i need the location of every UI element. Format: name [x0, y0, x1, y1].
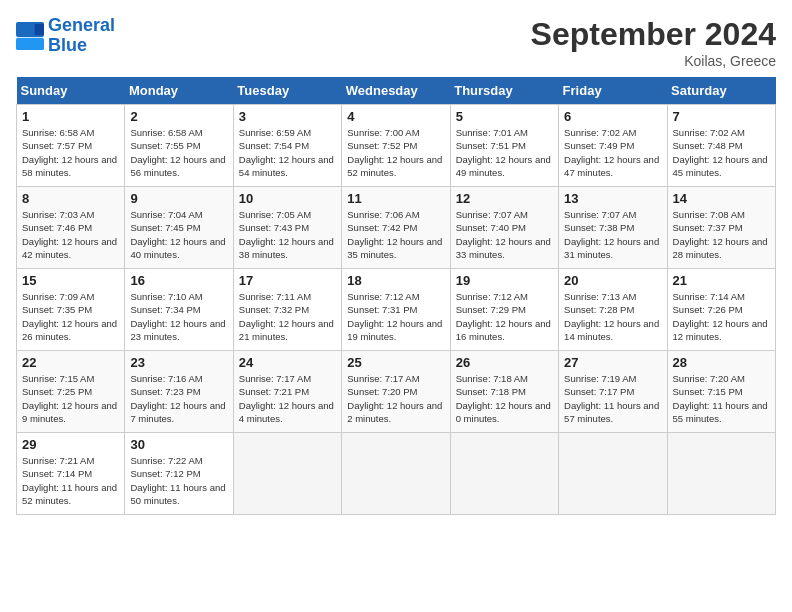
day-number: 21: [673, 273, 770, 288]
calendar-cell: 12 Sunrise: 7:07 AM Sunset: 7:40 PM Dayl…: [450, 187, 558, 269]
day-info: Sunrise: 7:11 AM Sunset: 7:32 PM Dayligh…: [239, 290, 336, 343]
calendar-cell: 24 Sunrise: 7:17 AM Sunset: 7:21 PM Dayl…: [233, 351, 341, 433]
calendar-cell: [559, 433, 667, 515]
calendar-cell: 28 Sunrise: 7:20 AM Sunset: 7:15 PM Dayl…: [667, 351, 775, 433]
calendar-cell: 22 Sunrise: 7:15 AM Sunset: 7:25 PM Dayl…: [17, 351, 125, 433]
day-info: Sunrise: 7:12 AM Sunset: 7:31 PM Dayligh…: [347, 290, 444, 343]
day-info: Sunrise: 7:02 AM Sunset: 7:49 PM Dayligh…: [564, 126, 661, 179]
calendar-cell: 6 Sunrise: 7:02 AM Sunset: 7:49 PM Dayli…: [559, 105, 667, 187]
calendar-cell: 4 Sunrise: 7:00 AM Sunset: 7:52 PM Dayli…: [342, 105, 450, 187]
svg-rect-1: [16, 38, 44, 50]
logo-text: General: [48, 16, 115, 36]
calendar-cell: 23 Sunrise: 7:16 AM Sunset: 7:23 PM Dayl…: [125, 351, 233, 433]
col-wednesday: Wednesday: [342, 77, 450, 105]
day-number: 25: [347, 355, 444, 370]
calendar-cell: [667, 433, 775, 515]
day-info: Sunrise: 7:04 AM Sunset: 7:45 PM Dayligh…: [130, 208, 227, 261]
day-info: Sunrise: 7:22 AM Sunset: 7:12 PM Dayligh…: [130, 454, 227, 507]
calendar-cell: 11 Sunrise: 7:06 AM Sunset: 7:42 PM Dayl…: [342, 187, 450, 269]
day-info: Sunrise: 7:05 AM Sunset: 7:43 PM Dayligh…: [239, 208, 336, 261]
day-number: 20: [564, 273, 661, 288]
calendar-cell: 26 Sunrise: 7:18 AM Sunset: 7:18 PM Dayl…: [450, 351, 558, 433]
calendar-cell: [342, 433, 450, 515]
day-info: Sunrise: 7:00 AM Sunset: 7:52 PM Dayligh…: [347, 126, 444, 179]
day-number: 5: [456, 109, 553, 124]
day-info: Sunrise: 7:06 AM Sunset: 7:42 PM Dayligh…: [347, 208, 444, 261]
day-info: Sunrise: 6:58 AM Sunset: 7:57 PM Dayligh…: [22, 126, 119, 179]
title-block: September 2024 Koilas, Greece: [531, 16, 776, 69]
day-info: Sunrise: 7:14 AM Sunset: 7:26 PM Dayligh…: [673, 290, 770, 343]
day-number: 12: [456, 191, 553, 206]
calendar-cell: 30 Sunrise: 7:22 AM Sunset: 7:12 PM Dayl…: [125, 433, 233, 515]
day-number: 22: [22, 355, 119, 370]
calendar-cell: 7 Sunrise: 7:02 AM Sunset: 7:48 PM Dayli…: [667, 105, 775, 187]
day-number: 9: [130, 191, 227, 206]
day-info: Sunrise: 7:17 AM Sunset: 7:20 PM Dayligh…: [347, 372, 444, 425]
day-number: 6: [564, 109, 661, 124]
calendar-cell: 14 Sunrise: 7:08 AM Sunset: 7:37 PM Dayl…: [667, 187, 775, 269]
day-number: 7: [673, 109, 770, 124]
calendar-cell: 25 Sunrise: 7:17 AM Sunset: 7:20 PM Dayl…: [342, 351, 450, 433]
day-number: 19: [456, 273, 553, 288]
calendar-cell: 3 Sunrise: 6:59 AM Sunset: 7:54 PM Dayli…: [233, 105, 341, 187]
day-number: 14: [673, 191, 770, 206]
calendar-cell: [233, 433, 341, 515]
col-saturday: Saturday: [667, 77, 775, 105]
logo-icon: [16, 22, 44, 50]
month-title: September 2024: [531, 16, 776, 53]
calendar-cell: 9 Sunrise: 7:04 AM Sunset: 7:45 PM Dayli…: [125, 187, 233, 269]
day-number: 26: [456, 355, 553, 370]
week-row-5: 29 Sunrise: 7:21 AM Sunset: 7:14 PM Dayl…: [17, 433, 776, 515]
day-info: Sunrise: 7:21 AM Sunset: 7:14 PM Dayligh…: [22, 454, 119, 507]
day-info: Sunrise: 7:12 AM Sunset: 7:29 PM Dayligh…: [456, 290, 553, 343]
day-info: Sunrise: 7:15 AM Sunset: 7:25 PM Dayligh…: [22, 372, 119, 425]
day-number: 28: [673, 355, 770, 370]
day-info: Sunrise: 7:10 AM Sunset: 7:34 PM Dayligh…: [130, 290, 227, 343]
day-info: Sunrise: 7:07 AM Sunset: 7:38 PM Dayligh…: [564, 208, 661, 261]
day-info: Sunrise: 7:07 AM Sunset: 7:40 PM Dayligh…: [456, 208, 553, 261]
day-number: 10: [239, 191, 336, 206]
header-row: Sunday Monday Tuesday Wednesday Thursday…: [17, 77, 776, 105]
page-header: General Blue September 2024 Koilas, Gree…: [16, 16, 776, 69]
calendar-cell: 19 Sunrise: 7:12 AM Sunset: 7:29 PM Dayl…: [450, 269, 558, 351]
calendar-cell: 5 Sunrise: 7:01 AM Sunset: 7:51 PM Dayli…: [450, 105, 558, 187]
calendar-cell: 18 Sunrise: 7:12 AM Sunset: 7:31 PM Dayl…: [342, 269, 450, 351]
calendar-cell: 13 Sunrise: 7:07 AM Sunset: 7:38 PM Dayl…: [559, 187, 667, 269]
day-info: Sunrise: 7:17 AM Sunset: 7:21 PM Dayligh…: [239, 372, 336, 425]
calendar-cell: 21 Sunrise: 7:14 AM Sunset: 7:26 PM Dayl…: [667, 269, 775, 351]
calendar-cell: 8 Sunrise: 7:03 AM Sunset: 7:46 PM Dayli…: [17, 187, 125, 269]
calendar-cell: 15 Sunrise: 7:09 AM Sunset: 7:35 PM Dayl…: [17, 269, 125, 351]
day-number: 23: [130, 355, 227, 370]
col-sunday: Sunday: [17, 77, 125, 105]
day-info: Sunrise: 7:03 AM Sunset: 7:46 PM Dayligh…: [22, 208, 119, 261]
calendar-cell: [450, 433, 558, 515]
day-number: 24: [239, 355, 336, 370]
week-row-4: 22 Sunrise: 7:15 AM Sunset: 7:25 PM Dayl…: [17, 351, 776, 433]
calendar-cell: 17 Sunrise: 7:11 AM Sunset: 7:32 PM Dayl…: [233, 269, 341, 351]
day-info: Sunrise: 7:18 AM Sunset: 7:18 PM Dayligh…: [456, 372, 553, 425]
day-number: 27: [564, 355, 661, 370]
day-number: 8: [22, 191, 119, 206]
col-thursday: Thursday: [450, 77, 558, 105]
calendar-cell: 16 Sunrise: 7:10 AM Sunset: 7:34 PM Dayl…: [125, 269, 233, 351]
logo: General Blue: [16, 16, 115, 56]
week-row-3: 15 Sunrise: 7:09 AM Sunset: 7:35 PM Dayl…: [17, 269, 776, 351]
day-number: 17: [239, 273, 336, 288]
week-row-2: 8 Sunrise: 7:03 AM Sunset: 7:46 PM Dayli…: [17, 187, 776, 269]
day-info: Sunrise: 7:01 AM Sunset: 7:51 PM Dayligh…: [456, 126, 553, 179]
calendar-cell: 20 Sunrise: 7:13 AM Sunset: 7:28 PM Dayl…: [559, 269, 667, 351]
day-number: 1: [22, 109, 119, 124]
col-friday: Friday: [559, 77, 667, 105]
day-number: 13: [564, 191, 661, 206]
day-info: Sunrise: 7:19 AM Sunset: 7:17 PM Dayligh…: [564, 372, 661, 425]
day-info: Sunrise: 6:59 AM Sunset: 7:54 PM Dayligh…: [239, 126, 336, 179]
calendar-cell: 29 Sunrise: 7:21 AM Sunset: 7:14 PM Dayl…: [17, 433, 125, 515]
day-info: Sunrise: 7:08 AM Sunset: 7:37 PM Dayligh…: [673, 208, 770, 261]
col-monday: Monday: [125, 77, 233, 105]
day-number: 29: [22, 437, 119, 452]
week-row-1: 1 Sunrise: 6:58 AM Sunset: 7:57 PM Dayli…: [17, 105, 776, 187]
calendar-cell: 27 Sunrise: 7:19 AM Sunset: 7:17 PM Dayl…: [559, 351, 667, 433]
day-info: Sunrise: 7:20 AM Sunset: 7:15 PM Dayligh…: [673, 372, 770, 425]
day-number: 2: [130, 109, 227, 124]
logo-text2: Blue: [48, 36, 115, 56]
